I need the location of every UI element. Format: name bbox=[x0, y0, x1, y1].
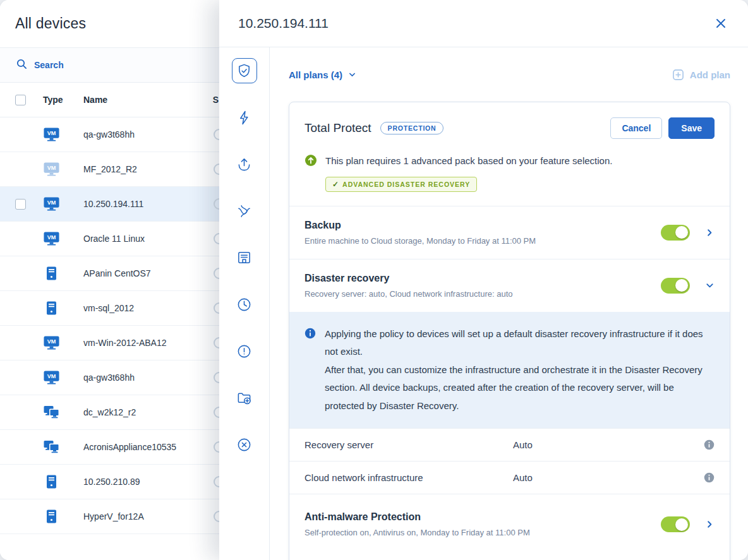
plans-toolbar: All plans (4) Add plan bbox=[289, 47, 730, 102]
device-row[interactable]: VM10.250.194.111 bbox=[0, 187, 219, 222]
device-list: VMqa-gw3t68hhVMMF_2012_R2VM10.250.194.11… bbox=[0, 117, 219, 560]
flyout-header: 10.250.194.111 bbox=[219, 0, 748, 47]
column-header-type[interactable]: Type bbox=[43, 95, 83, 105]
device-name: MF_2012_R2 bbox=[83, 164, 219, 174]
plan-actions: Cancel Save bbox=[610, 117, 715, 139]
close-button[interactable] bbox=[713, 15, 729, 32]
lightning-icon[interactable] bbox=[232, 105, 257, 130]
disaster-recovery-summary: Recovery server: auto, Cloud network inf… bbox=[305, 289, 512, 299]
device-row[interactable]: HyperV_for12A bbox=[0, 499, 219, 534]
close-icon bbox=[715, 18, 727, 29]
setting-row-recovery-server[interactable]: Recovery server Auto bbox=[289, 428, 730, 461]
backup-summary: Entire machine to Cloud storage, Monday … bbox=[305, 236, 536, 246]
svg-text:VM: VM bbox=[47, 373, 56, 379]
recovery-icon[interactable] bbox=[232, 152, 257, 177]
device-row[interactable]: APanin CentOS7 bbox=[0, 256, 219, 291]
setting-label: Cloud network infrastructure bbox=[305, 472, 513, 483]
disaster-recovery-info-box: Applying the policy to devices will set … bbox=[289, 312, 730, 429]
setting-value: Auto bbox=[513, 439, 533, 450]
setting-row-cloud-network[interactable]: Cloud network infrastructure Auto bbox=[289, 461, 730, 494]
anti-malware-summary: Self-protection on, Antivirus on, Monday… bbox=[305, 528, 530, 537]
select-all-checkbox[interactable] bbox=[15, 95, 26, 105]
flyout-nav-rail bbox=[219, 47, 270, 560]
advanced-pack-icon bbox=[305, 154, 317, 192]
chevron-down-icon bbox=[348, 71, 356, 79]
device-name: HyperV_for12A bbox=[83, 511, 219, 521]
module-disaster-recovery[interactable]: Disaster recovery Recovery server: auto,… bbox=[289, 259, 730, 312]
device-name: APanin CentOS7 bbox=[83, 268, 219, 278]
module-backup[interactable]: Backup Entire machine to Cloud storage, … bbox=[289, 206, 730, 259]
alert-icon[interactable] bbox=[232, 338, 257, 364]
device-name: dc_w2k12_r2 bbox=[83, 407, 219, 417]
plan-type-badge: PROTECTION bbox=[380, 122, 444, 134]
add-plan-button[interactable]: Add plan bbox=[672, 69, 730, 81]
search-bar[interactable]: Search bbox=[0, 47, 219, 83]
vm-icon: VM bbox=[43, 370, 60, 385]
vm-icon: VM bbox=[43, 196, 60, 211]
server-icon bbox=[43, 266, 60, 281]
vm-icon: VM bbox=[43, 335, 60, 350]
column-header-status[interactable]: S bbox=[213, 95, 219, 105]
folder-add-icon[interactable] bbox=[232, 385, 257, 410]
plans-dropdown-label: All plans (4) bbox=[289, 69, 342, 80]
setting-value: Auto bbox=[513, 472, 533, 483]
info-paragraph-2: After that, you can customize the infras… bbox=[325, 361, 715, 415]
search-label: Search bbox=[34, 60, 64, 70]
vault-icon[interactable] bbox=[232, 245, 257, 270]
page-title: All devices bbox=[15, 15, 86, 32]
flyout-body: All plans (4) Add plan Total Protect PRO… bbox=[219, 47, 748, 560]
requirement-text: This plan requires 1 advanced pack based… bbox=[325, 154, 612, 169]
anti-malware-toggle[interactable] bbox=[661, 516, 690, 532]
disaster-recovery-title: Disaster recovery bbox=[305, 273, 512, 284]
svg-text:VM: VM bbox=[47, 165, 56, 171]
plan-title: Total Protect bbox=[305, 121, 371, 135]
shield-check-icon[interactable] bbox=[232, 58, 257, 83]
device-row[interactable]: 10.250.210.89 bbox=[0, 465, 219, 499]
vm-icon: VM bbox=[43, 231, 60, 246]
svg-text:VM: VM bbox=[47, 130, 56, 136]
add-plan-label: Add plan bbox=[690, 69, 730, 80]
plans-dropdown[interactable]: All plans (4) bbox=[289, 69, 356, 80]
plans-pane: All plans (4) Add plan Total Protect PRO… bbox=[270, 47, 748, 560]
device-row[interactable]: VMvm-Win-2012-ABA12 bbox=[0, 326, 219, 360]
device-row[interactable]: VMqa-gw3t68hh bbox=[0, 360, 219, 395]
info-icon bbox=[305, 328, 316, 415]
device-row[interactable]: VMOracle 11 Linux bbox=[0, 222, 219, 256]
info-icon[interactable] bbox=[704, 472, 715, 483]
all-devices-panel: All devices Search Type Name S VMqa-gw3t… bbox=[0, 0, 219, 560]
server-icon bbox=[43, 474, 60, 489]
backup-toggle[interactable] bbox=[661, 225, 690, 241]
add-plan-icon bbox=[672, 69, 684, 81]
svg-text:VM: VM bbox=[47, 200, 56, 206]
disaster-recovery-toggle[interactable] bbox=[661, 278, 690, 294]
save-button[interactable]: Save bbox=[668, 117, 715, 139]
device-name: Oracle 11 Linux bbox=[83, 234, 219, 244]
clock-icon[interactable] bbox=[232, 292, 257, 317]
chevron-down-icon[interactable] bbox=[705, 281, 715, 290]
column-header-name[interactable]: Name bbox=[83, 95, 219, 105]
weave-icon[interactable] bbox=[232, 198, 257, 223]
pack-badge-label: ADVANCED DISASTER RECOVERY bbox=[342, 181, 470, 188]
check-icon: ✓ bbox=[332, 180, 339, 189]
device-row[interactable]: VMMF_2012_R2 bbox=[0, 152, 219, 187]
device-row[interactable]: dc_w2k12_r2 bbox=[0, 395, 219, 430]
svg-text:VM: VM bbox=[47, 234, 56, 241]
plan-requirement-note: This plan requires 1 advanced pack based… bbox=[289, 150, 730, 206]
left-panel-header: All devices bbox=[0, 0, 219, 47]
device-row[interactable]: VMqa-gw3t68hh bbox=[0, 117, 219, 152]
device-name: 10.250.210.89 bbox=[83, 477, 219, 487]
server-icon bbox=[43, 301, 60, 316]
chevron-right-icon[interactable] bbox=[705, 520, 715, 529]
cancel-icon[interactable] bbox=[232, 432, 257, 457]
device-name: qa-gw3t68hh bbox=[83, 372, 219, 383]
info-icon[interactable] bbox=[704, 439, 715, 450]
device-row[interactable]: vm-sql_2012 bbox=[0, 291, 219, 326]
row-checkbox[interactable] bbox=[15, 199, 26, 210]
device-name: vm-sql_2012 bbox=[83, 303, 219, 313]
module-anti-malware[interactable]: Anti-malware Protection Self-protection … bbox=[289, 494, 730, 551]
chevron-right-icon[interactable] bbox=[705, 228, 715, 237]
setting-label: Recovery server bbox=[305, 439, 513, 450]
pack-badge: ✓ ADVANCED DISASTER RECOVERY bbox=[325, 177, 477, 192]
device-row[interactable]: AcronisAppliance10535 bbox=[0, 430, 219, 465]
cancel-button[interactable]: Cancel bbox=[610, 117, 662, 139]
